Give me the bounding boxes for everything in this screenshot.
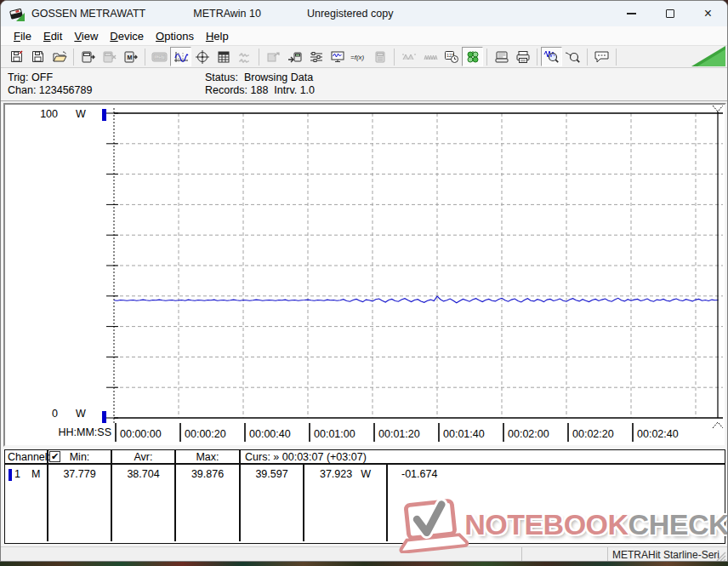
status-bar: METRAHit Starline-Seri bbox=[1, 546, 727, 562]
status-panel: Trig: OFF Chan: 123456789 Status: Browsi… bbox=[1, 69, 727, 101]
y-axis-max-label: 100 bbox=[31, 108, 58, 120]
svg-text:1257: 1257 bbox=[155, 54, 164, 60]
save-icon[interactable] bbox=[6, 47, 27, 66]
save-as-icon[interactable] bbox=[27, 47, 48, 66]
header-channel: Channel: bbox=[5, 450, 48, 463]
view-table-icon[interactable] bbox=[213, 47, 234, 66]
table-row: 1 M 37.779 38.704 39.876 39.597 37.923W … bbox=[5, 465, 725, 541]
header-min-label: Min: bbox=[70, 451, 90, 463]
statusbar-section-2 bbox=[521, 547, 607, 562]
chart-panel[interactable]: 00:00:0000:00:2000:00:4000:01:0000:01:20… bbox=[3, 103, 726, 447]
cell-cursor-b: 37.923W bbox=[304, 465, 388, 541]
monitor-waveform-icon[interactable] bbox=[327, 47, 348, 66]
export-icon[interactable] bbox=[263, 47, 284, 66]
app-window: GOSSEN METRAWATT METRAwin 10 Unregistere… bbox=[0, 0, 728, 562]
resize-grip[interactable] bbox=[715, 551, 726, 562]
toolbar-separator bbox=[537, 49, 537, 66]
header-cursor: Curs: » 00:03:07 (+03:07) bbox=[241, 450, 725, 463]
trig-label: Trig: bbox=[8, 71, 29, 83]
window-title-product: METRAwin 10 bbox=[193, 8, 261, 20]
zoom-waveform-icon[interactable] bbox=[541, 47, 562, 66]
chan-label: Chan: bbox=[8, 84, 36, 96]
zoom-curve-icon[interactable] bbox=[562, 47, 583, 66]
toolbar-separator bbox=[616, 49, 617, 66]
cell-max: 39.876 bbox=[176, 465, 241, 541]
records-value: 188 bbox=[251, 84, 269, 96]
interval-value: 1.0 bbox=[300, 84, 315, 96]
toolbar-separator bbox=[259, 49, 259, 66]
channel-number: 1 bbox=[14, 468, 20, 541]
toolbar-separator bbox=[73, 49, 74, 66]
header-max: Max: bbox=[176, 450, 241, 463]
title-bar: GOSSEN METRAWATT METRAwin 10 Unregistere… bbox=[1, 1, 727, 26]
power-chart[interactable]: 00:00:0000:00:2000:00:4000:01:0000:01:20… bbox=[5, 105, 725, 445]
device-read-icon[interactable] bbox=[77, 47, 99, 66]
record-live-icon[interactable] bbox=[462, 47, 483, 66]
cell-delta: -01.674 bbox=[388, 465, 725, 541]
device-memory-icon[interactable]: M bbox=[120, 47, 141, 66]
channel-color-marker bbox=[9, 469, 12, 481]
lcd-display-icon[interactable]: 1257 bbox=[149, 47, 170, 66]
minimize-icon bbox=[627, 13, 636, 14]
menu-edit[interactable]: Edit bbox=[37, 28, 68, 44]
device-transfer-icon[interactable] bbox=[284, 47, 305, 66]
y-axis-min-label: 0 bbox=[31, 408, 58, 420]
menu-help[interactable]: Help bbox=[200, 28, 235, 44]
menu-device[interactable]: Device bbox=[104, 28, 150, 44]
maximize-button[interactable] bbox=[651, 1, 689, 26]
records-label: Records: bbox=[205, 84, 247, 96]
cursor-table: Channel: ✔ Min: Avr: Max: Curs: » 00:03:… bbox=[4, 449, 725, 544]
toolbar-separator bbox=[394, 49, 395, 66]
device-clear-icon[interactable] bbox=[99, 47, 120, 66]
y-axis-unit-bottom: W bbox=[76, 408, 86, 420]
window-title-app: GOSSEN METRAWATT bbox=[31, 8, 145, 20]
status-label: Status: bbox=[205, 71, 238, 83]
formula-icon[interactable]: =f(x) bbox=[348, 47, 369, 66]
toolbar-separator bbox=[486, 49, 487, 66]
cursor-marker-bottom bbox=[713, 422, 723, 428]
close-icon: × bbox=[704, 7, 712, 20]
x-tick-label: 00:00:00 bbox=[120, 428, 162, 440]
menu-file[interactable]: File bbox=[8, 28, 37, 44]
app-icon bbox=[9, 5, 26, 22]
print-preview-icon[interactable] bbox=[491, 47, 512, 66]
header-min: ✔ Min: bbox=[48, 450, 112, 463]
cursor-table-header: Channel: ✔ Min: Avr: Max: Curs: » 00:03:… bbox=[5, 450, 725, 465]
x-tick-label: 00:02:00 bbox=[508, 428, 549, 440]
x-axis-format-label: HH:MM:SS bbox=[22, 426, 111, 438]
wave-single-icon[interactable] bbox=[398, 47, 419, 66]
view-histogram-icon[interactable] bbox=[234, 47, 255, 66]
interval-label: Intrv. bbox=[274, 84, 297, 96]
toolbar-separator bbox=[587, 49, 588, 66]
cell-cursor-a: 39.597 bbox=[241, 465, 304, 541]
x-tick-label: 00:02:20 bbox=[572, 428, 614, 440]
y-axis-unit-top: W bbox=[76, 108, 86, 120]
cell-avr: 38.704 bbox=[112, 465, 176, 541]
menu-view[interactable]: View bbox=[68, 28, 104, 44]
device-timer-icon[interactable]: 123 bbox=[441, 47, 462, 66]
x-tick-label: 00:01:00 bbox=[314, 428, 355, 440]
x-tick-label: 00:00:20 bbox=[185, 428, 226, 440]
toolbar-separator bbox=[145, 49, 145, 66]
menu-options[interactable]: Options bbox=[150, 28, 200, 44]
open-folder-icon[interactable] bbox=[48, 47, 70, 66]
statusbar-section-1 bbox=[1, 547, 521, 562]
x-tick-label: 00:00:40 bbox=[249, 428, 291, 440]
close-button[interactable]: × bbox=[689, 1, 727, 26]
chan-value: 123456789 bbox=[39, 84, 93, 96]
device-config-icon[interactable] bbox=[369, 47, 390, 66]
comment-icon[interactable] bbox=[591, 47, 612, 66]
minimize-button[interactable] bbox=[612, 1, 651, 26]
wave-dense-icon[interactable] bbox=[419, 47, 441, 66]
status-value: Browsing Data bbox=[244, 71, 313, 83]
menu-bar: File Edit View Device Options Help bbox=[1, 26, 727, 45]
channel-mode: M bbox=[31, 468, 40, 541]
svg-text:=f(x): =f(x) bbox=[350, 54, 365, 61]
toolbar: M 1257 =f(x) 123 bbox=[1, 45, 727, 68]
view-line-chart-icon[interactable] bbox=[170, 47, 191, 66]
channel-settings-icon[interactable] bbox=[305, 47, 327, 66]
cell-channel: 1 M bbox=[5, 465, 48, 541]
view-scope-icon[interactable] bbox=[191, 47, 213, 66]
channel-checkbox[interactable]: ✔ bbox=[49, 451, 60, 462]
print-icon[interactable] bbox=[512, 47, 533, 66]
